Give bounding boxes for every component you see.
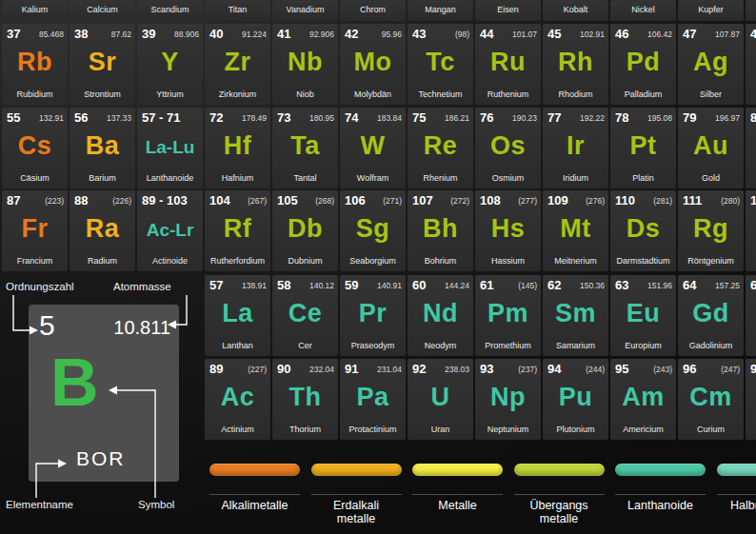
atomic-number: 87 bbox=[7, 193, 20, 208]
atomic-mass: 101.07 bbox=[512, 30, 537, 39]
element-tile-Ac: 89(227)AcActinium bbox=[205, 359, 270, 440]
element-name: Eisen bbox=[475, 5, 541, 14]
atomic-mass: 196.97 bbox=[715, 113, 740, 123]
element-tile-chrom: Chrom bbox=[340, 0, 406, 21]
element-symbol: U bbox=[408, 383, 473, 412]
legend-item-3: Übergangs metalle bbox=[514, 464, 605, 526]
atomic-mass: (268) bbox=[315, 196, 334, 206]
element-name: Europium bbox=[610, 341, 676, 350]
atomic-number: 46 bbox=[615, 27, 628, 41]
atomic-number: 55 bbox=[7, 110, 20, 125]
element-symbol: Rf bbox=[205, 214, 270, 244]
atomic-mass: (272) bbox=[450, 196, 469, 206]
atomic-mass: 138.91 bbox=[242, 281, 267, 290]
element-tile-partial: 80 bbox=[746, 108, 756, 188]
element-name: Zirkonium bbox=[205, 89, 270, 99]
element-symbol: Pt bbox=[610, 131, 676, 161]
element-tile-Gd: 64157.25GdGadolinium bbox=[678, 275, 744, 356]
atomic-mass: (280) bbox=[721, 196, 740, 206]
element-name: Darmstadtium bbox=[610, 256, 676, 266]
element-name: Scandium bbox=[137, 5, 203, 14]
element-name: Osmium bbox=[475, 173, 541, 183]
legend-item-label: Halbmetalle bbox=[717, 499, 756, 512]
element-name: Mangan bbox=[408, 5, 473, 14]
legend-color-swatch bbox=[615, 464, 706, 476]
element-tile-Rb: 3785.468RbRubidium bbox=[2, 24, 68, 105]
element-symbol: Hs bbox=[475, 214, 541, 244]
legend-item-label: Alkalimetalle bbox=[209, 499, 300, 512]
legend-divider bbox=[412, 494, 503, 495]
element-symbol: Gd bbox=[678, 299, 744, 328]
element-tile-vanadium: Vanadium bbox=[272, 0, 338, 21]
element-name: Neptunium bbox=[475, 425, 541, 434]
atomic-mass: (223) bbox=[45, 196, 64, 206]
atomic-number: 65 bbox=[750, 278, 756, 292]
element-name: Plutonium bbox=[543, 425, 608, 434]
element-symbol: La-Lu bbox=[137, 137, 203, 158]
periodic-table-poster: KaliumCalciumScandiumTitanVanadiumChromM… bbox=[0, 0, 756, 534]
element-tile-nickel: Nickel bbox=[610, 0, 676, 21]
element-name: Rhenium bbox=[408, 173, 473, 183]
element-tile-Rf: 104(267)RfRutherfordium bbox=[205, 190, 270, 271]
atomic-number: 89 bbox=[209, 362, 223, 376]
atomic-number: 43 bbox=[412, 27, 426, 41]
atomic-mass: 190.23 bbox=[512, 113, 537, 123]
atomic-mass: 140.91 bbox=[377, 281, 402, 290]
element-name: Palladium bbox=[610, 89, 676, 99]
element-name: Titan bbox=[205, 5, 270, 14]
atomic-mass: (276) bbox=[586, 196, 605, 206]
element-tile-Hs: 108(277)HsHassium bbox=[475, 190, 541, 271]
atomic-mass: (243) bbox=[653, 365, 672, 374]
atomic-number: 40 bbox=[209, 27, 223, 41]
atomic-number: 91 bbox=[345, 362, 358, 376]
element-symbol: Th bbox=[272, 383, 338, 412]
atomic-mass: (226) bbox=[112, 196, 131, 206]
element-name: Actinium bbox=[205, 425, 270, 434]
atomic-number: 78 bbox=[615, 110, 628, 125]
atomic-number: 63 bbox=[615, 278, 628, 292]
element-name: Americium bbox=[610, 425, 676, 434]
ordnungszahl-label: Ordnungszahl bbox=[6, 281, 74, 292]
element-tile-Pt: 78195.08PtPlatin bbox=[610, 108, 676, 188]
atomic-number: 96 bbox=[683, 362, 696, 376]
element-symbol: Ac-Lr bbox=[137, 220, 203, 241]
element-name: Seaborgium bbox=[340, 256, 406, 266]
element-symbol: Hf bbox=[205, 131, 270, 161]
element-name: Radium bbox=[70, 256, 135, 266]
element-symbol: Rg bbox=[678, 214, 744, 244]
element-name: Gold bbox=[678, 173, 744, 183]
element-name: Wolfram bbox=[340, 173, 406, 183]
atomic-mass: (281) bbox=[653, 196, 672, 206]
element-symbol: Np bbox=[475, 383, 541, 412]
element-name: Bohrium bbox=[408, 256, 473, 266]
element-tile-Cm: 96(247)CmCurium bbox=[678, 359, 744, 440]
legend-item-1: Erdalkali metalle bbox=[311, 464, 402, 526]
element-tile-partial: 48 bbox=[746, 24, 756, 105]
atomic-number: 105 bbox=[277, 193, 298, 208]
element-symbol: Mo bbox=[340, 48, 406, 77]
atomic-number: 104 bbox=[209, 193, 230, 208]
atomic-mass: 232.04 bbox=[309, 365, 334, 374]
atomic-mass: 151.96 bbox=[647, 281, 672, 290]
element-tile-Fr: 87(223)FrFrancium bbox=[2, 190, 68, 271]
element-name: Iridium bbox=[543, 173, 608, 183]
element-tile-Sg: 106(271)SgSeaborgium bbox=[340, 190, 406, 271]
element-tile-Bh: 107(272)BhBohrium bbox=[408, 190, 473, 271]
element-symbol: Pm bbox=[475, 299, 541, 328]
element-name: Praseodym bbox=[340, 341, 406, 350]
legend-divider bbox=[514, 494, 605, 495]
element-tile-Hf: 72178.49HfHafnium bbox=[205, 108, 270, 188]
element-tile-Pr: 59140.91PrPraseodym bbox=[340, 275, 406, 356]
element-name: Dubnium bbox=[272, 256, 338, 266]
atomic-number: 74 bbox=[345, 110, 358, 125]
atomic-mass: 92.906 bbox=[309, 30, 334, 39]
element-name: Protactinium bbox=[340, 425, 406, 434]
element-symbol: Sm bbox=[543, 299, 608, 328]
element-symbol: Rb bbox=[2, 48, 68, 77]
element-tile-U: 92238.03UUran bbox=[408, 359, 473, 440]
atomic-mass: 183.84 bbox=[377, 113, 402, 123]
atomic-number: 58 bbox=[277, 278, 290, 292]
element-tile-Cs: 55132.91CsCäsium bbox=[2, 108, 68, 188]
element-tile-Ta: 73180.95TaTantal bbox=[272, 108, 338, 188]
atomic-number: 41 bbox=[277, 27, 290, 41]
